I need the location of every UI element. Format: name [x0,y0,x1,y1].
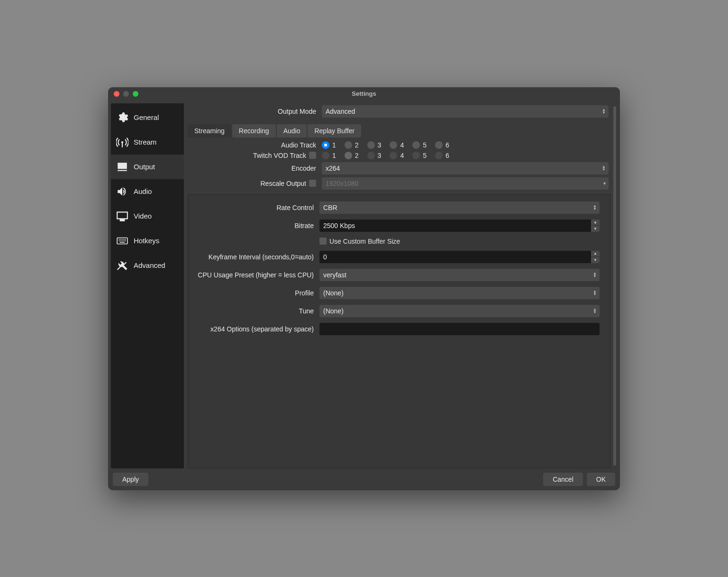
custom-buffer-label: Use Custom Buffer Size [329,238,400,245]
sidebar-item-label: Advanced [134,261,165,269]
output-mode-label: Output Mode [188,108,318,115]
window-title: Settings [108,90,620,97]
sidebar-item-hotkeys[interactable]: Hotkeys [111,229,184,253]
bitrate-value: 2500 Kbps [323,222,355,229]
output-tabs: Streaming Recording Audio Replay Buffer [188,124,617,137]
audio-track-radio-3[interactable]: 3 [367,141,382,149]
titlebar: Settings [108,87,620,101]
gear-icon [116,111,129,124]
keyboard-icon [116,234,129,247]
dialog-footer: Apply Cancel OK [108,468,620,490]
rescale-select[interactable]: 1920x1080 ▾ [322,177,609,190]
keyframe-input[interactable]: 0 ▲▼ [319,251,600,263]
settings-content: Output Mode Advanced ▲▼ Streaming Record… [184,103,617,468]
audio-track-radio-group: 1 2 3 4 5 6 [322,141,449,149]
audio-track-radio-4[interactable]: 4 [390,141,404,149]
updown-icon: ▲▼ [593,308,597,314]
tune-select[interactable]: (None) ▲▼ [319,305,600,317]
bitrate-input[interactable]: 2500 Kbps ▲▼ [319,220,600,232]
keyframe-value: 0 [323,253,327,261]
encoder-value: x264 [326,165,340,172]
updown-icon: ▲▼ [593,205,597,211]
sidebar-item-advanced[interactable]: Advanced [111,253,184,278]
settings-sidebar: General Stream Output [111,103,184,468]
tune-value: (None) [323,307,344,315]
updown-icon: ▲▼ [593,272,597,278]
twitch-vod-radio-2[interactable]: 2 [345,152,359,159]
rate-control-select[interactable]: CBR ▲▼ [319,201,600,214]
audio-track-radio-6[interactable]: 6 [435,141,449,149]
ok-button[interactable]: OK [587,473,615,486]
x264-opts-input[interactable] [319,323,600,335]
sidebar-item-output[interactable]: Output [111,155,184,179]
speaker-icon [116,185,129,198]
twitch-vod-radio-group: 1 2 3 4 5 6 [322,152,449,159]
twitch-vod-radio-1[interactable]: 1 [322,152,336,159]
settings-window: Settings General Stream [108,87,620,490]
twitch-vod-radio-4[interactable]: 4 [390,152,404,159]
cpu-preset-select[interactable]: veryfast ▲▼ [319,269,600,281]
twitch-vod-checkbox[interactable] [309,152,316,159]
output-mode-value: Advanced [326,108,355,115]
rescale-label: Rescale Output [261,180,307,187]
antenna-icon [116,136,129,149]
output-mode-select[interactable]: Advanced ▲▼ [322,105,609,118]
updown-icon: ▲▼ [602,165,606,171]
rate-control-value: CBR [323,204,337,211]
tab-replay-buffer[interactable]: Replay Buffer [308,124,361,137]
sidebar-item-label: Video [134,212,152,220]
sidebar-item-label: General [134,113,159,121]
rescale-checkbox[interactable] [309,180,316,187]
cpu-preset-label: CPU Usage Preset (higher = less CPU) [190,271,316,279]
sidebar-item-stream[interactable]: Stream [111,130,184,155]
tools-icon [116,259,129,272]
cancel-button[interactable]: Cancel [543,473,583,486]
keyframe-label: Keyframe Interval (seconds,0=auto) [190,253,316,261]
sidebar-item-label: Audio [134,187,152,195]
encoder-settings-panel: Rate Control CBR ▲▼ Bitrate 2500 [188,194,610,468]
spin-arrows-icon[interactable]: ▲▼ [591,251,600,263]
profile-label: Profile [190,289,316,297]
sidebar-item-audio[interactable]: Audio [111,179,184,204]
audio-track-radio-5[interactable]: 5 [412,141,427,149]
profile-select[interactable]: (None) ▲▼ [319,287,600,299]
sidebar-item-video[interactable]: Video [111,204,184,229]
encoder-label: Encoder [188,165,318,172]
sidebar-item-label: Stream [134,138,156,146]
audio-track-label: Audio Track [188,141,318,149]
tab-audio[interactable]: Audio [277,124,307,137]
audio-track-radio-1[interactable]: 1 [322,141,336,149]
spin-arrows-icon[interactable]: ▲▼ [591,220,600,232]
custom-buffer-checkbox[interactable] [319,238,327,245]
sidebar-item-label: Hotkeys [134,237,159,245]
twitch-vod-radio-3[interactable]: 3 [367,152,382,159]
apply-button[interactable]: Apply [113,473,148,486]
tune-label: Tune [190,307,316,315]
updown-icon: ▲▼ [602,109,606,114]
twitch-vod-label: Twitch VOD Track [253,152,306,159]
cpu-preset-value: veryfast [323,271,346,279]
chevron-down-icon: ▾ [603,182,606,185]
twitch-vod-radio-5[interactable]: 5 [412,152,427,159]
audio-track-radio-2[interactable]: 2 [345,141,359,149]
scrollbar-vertical[interactable] [613,106,616,466]
profile-value: (None) [323,289,344,297]
tab-recording[interactable]: Recording [232,124,276,137]
bitrate-label: Bitrate [190,222,316,229]
encoder-select[interactable]: x264 ▲▼ [322,162,609,174]
rate-control-label: Rate Control [190,204,316,211]
monitor-output-icon [116,160,129,174]
sidebar-item-general[interactable]: General [111,105,184,130]
monitor-icon [116,210,129,223]
x264-opts-label: x264 Options (separated by space) [190,325,316,333]
updown-icon: ▲▼ [593,290,597,296]
twitch-vod-radio-6[interactable]: 6 [435,152,449,159]
rescale-value: 1920x1080 [326,180,358,187]
sidebar-item-label: Output [134,163,155,171]
tab-streaming[interactable]: Streaming [188,124,231,137]
